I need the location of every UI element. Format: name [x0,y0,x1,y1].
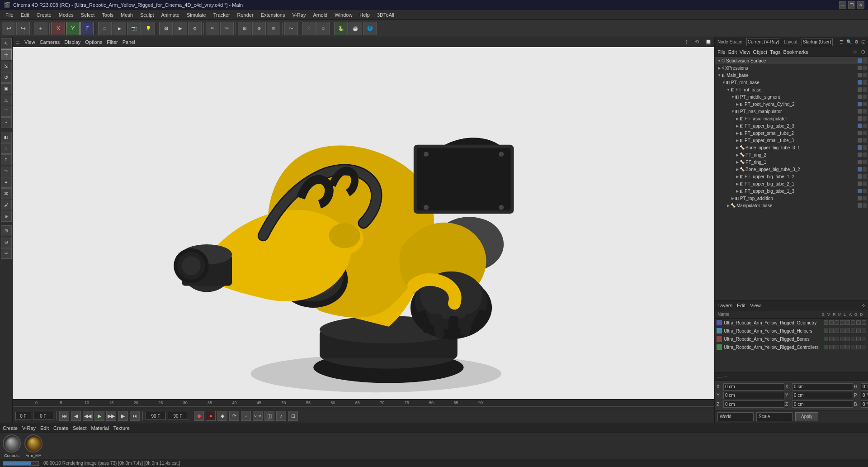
menu-arnold[interactable]: Arnold [309,11,331,19]
spline-draw[interactable]: 〜 [1,166,12,176]
bp-create-menu[interactable]: Create [3,425,18,431]
obj-expand-icon[interactable]: ▶ [717,66,721,70]
layer-s-icon[interactable] [824,329,828,333]
menu-3dtoall[interactable]: 3DToAll [373,11,398,19]
render-settings-button[interactable]: ⚙ [188,22,202,35]
obj-expand-icon[interactable]: ▶ [736,146,739,149]
obj-vis-dot[interactable] [863,196,867,200]
layer-l-icon[interactable] [845,320,850,325]
jump-start-button[interactable]: ⏮ [59,411,69,421]
layer-g-icon[interactable] [856,337,861,341]
layer-r-icon[interactable] [835,320,839,325]
viewport-display-menu[interactable]: Display [64,39,80,45]
layer-r-icon[interactable] [835,337,839,341]
menu-edit[interactable]: Edit [17,11,33,19]
layer-r-icon[interactable] [835,345,839,349]
obj-vis-dot[interactable] [863,167,867,172]
layer-s-icon[interactable] [824,345,828,349]
apply-button[interactable]: Apply [795,412,818,421]
obj-color-dot[interactable] [858,181,862,186]
obj-vis-dot[interactable] [863,95,867,99]
rot-y-input[interactable] [792,392,853,399]
obj-expand-icon[interactable]: ▶ [726,204,730,207]
layer-m-icon[interactable] [840,320,844,325]
object-list-item[interactable]: ▼⬡Subdivision Surface [715,57,868,64]
obj-expand-icon[interactable]: ▶ [736,175,739,178]
obj-expand-icon[interactable]: ▶ [731,196,735,200]
selection-tool[interactable]: ↖ [1,38,12,49]
obj-vis-dot[interactable] [863,73,867,77]
preview-end-field[interactable]: 90 F [168,412,188,420]
pos-z-input[interactable] [723,400,784,408]
obj-expand-icon[interactable]: ▶ [736,160,739,164]
deformer-button[interactable]: ⌇ [302,22,316,35]
bp-texture-menu[interactable]: Texture [113,425,130,431]
record-button[interactable]: ⏺ [194,411,204,421]
workplane-tool[interactable]: ⊞ [1,225,12,236]
layer-g-icon[interactable] [856,320,861,325]
layer-g-icon[interactable] [856,345,861,349]
layer-a-icon[interactable] [851,329,855,333]
sound-button[interactable]: ♪ [276,411,286,421]
obj-vis-dot[interactable] [863,160,867,164]
layer-s-icon[interactable] [824,337,828,341]
obj-color-dot[interactable] [858,131,862,135]
menu-file[interactable]: File [2,11,17,19]
size-p-input[interactable] [861,392,868,399]
object-list-item[interactable]: ▼◧Main_base [715,71,868,79]
timeline-extra-1[interactable]: ◫ [264,411,274,421]
viewport-cameras-menu[interactable]: Cameras [40,39,60,45]
undo-button[interactable]: ↩ [2,22,15,35]
play-back-button[interactable]: ◀◀ [83,411,93,421]
obj-expand-icon[interactable]: ▶ [736,117,739,120]
layer-list-item[interactable]: Ultra_Robotic_Arm_Yellow_Rigged_Helpers [715,327,868,335]
obj-vis-dot[interactable] [863,116,867,121]
layer-d-icon[interactable] [862,345,866,349]
viewport-hamburger[interactable]: ☰ [15,39,20,45]
layer-a-icon[interactable] [851,320,855,325]
layer-l-icon[interactable] [845,345,850,349]
obj-vis-dot[interactable] [863,131,867,135]
material-item[interactable]: Arm_MA [24,434,42,458]
rotate-z-button[interactable]: Z [80,22,94,35]
lm-icon-1[interactable]: ⊹ [862,303,865,308]
obj-color-dot[interactable] [858,138,862,143]
layer-l-icon[interactable] [845,337,850,341]
obj-color-dot[interactable] [858,167,862,172]
obj-expand-icon[interactable]: ▼ [722,81,726,84]
title-bar-controls[interactable]: — ❐ ✕ [839,1,864,9]
obj-expand-icon[interactable]: ▶ [736,138,739,142]
size-h-input[interactable] [861,383,868,391]
effectors-button[interactable]: ≋ [267,22,280,35]
play-forward-button[interactable]: ▶▶ [106,411,116,421]
camera-button[interactable]: 📷 [127,22,141,35]
obj-expand-icon[interactable]: ▶ [736,124,739,128]
obj-vis-dot[interactable] [863,87,867,92]
obj-vis-dot[interactable] [863,181,867,186]
object-list-item[interactable]: ▶🦴PT_ring_1 [715,158,868,166]
object-list-item[interactable]: ▶◧PT_top_addition [715,195,868,202]
current-frame-field[interactable]: 0 F [33,412,53,420]
obj-vis-dot[interactable] [863,138,867,143]
obj-vis-dot[interactable] [863,102,867,106]
viewport-icon-1[interactable]: ⊹ [684,39,689,45]
component-mode[interactable]: △ [1,95,12,105]
om-icon-2[interactable]: ⬡ [861,49,865,54]
object-list-item[interactable]: ▶◧PT_upper_big_tube_2_1 [715,180,868,187]
obj-color-dot[interactable] [858,87,862,92]
loop-button[interactable]: ⟳ [229,411,239,421]
obj-vis-dot[interactable] [863,124,867,128]
om-bookmarks-menu[interactable]: Bookmarks [783,49,808,55]
om-object-menu[interactable]: Object [753,49,767,55]
viewport-icon-3[interactable]: 🔲 [705,39,712,45]
rotate-tool[interactable]: ↺ [1,72,12,83]
lm-layers-menu[interactable]: Layers [717,303,732,308]
obj-expand-icon[interactable]: ▼ [717,59,721,62]
obj-expand-icon[interactable]: ▼ [731,110,735,113]
layer-l-icon[interactable] [845,329,850,333]
obj-vis-dot[interactable] [863,58,867,63]
material-cube[interactable]: ◧ [1,132,12,143]
obj-color-dot[interactable] [858,102,862,106]
layer-d-icon[interactable] [862,337,866,341]
lm-view-menu[interactable]: View [750,303,761,308]
